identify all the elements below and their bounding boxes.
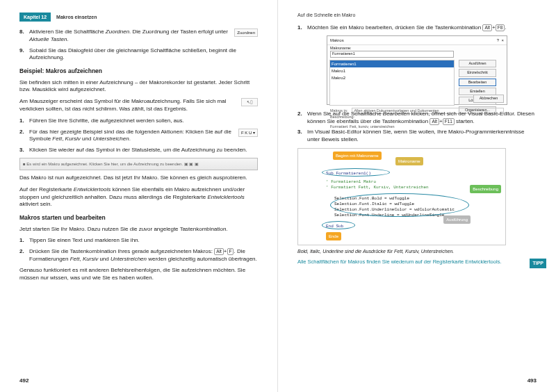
para-devtools: Auf der Registerkarte Entwicklertools kö…: [19, 186, 258, 209]
macros-dialog-figure: Makros ? × Makroname: Formatieren1 Forma…: [327, 35, 507, 105]
book-spread: Kapitel 12 Makros einsetzen 8. Zuordnen …: [0, 0, 556, 392]
zuordnen-button-graphic: Zuordnen: [234, 28, 258, 37]
tag-beschreibung: Beschreibung: [470, 185, 501, 193]
statusbar-graphic: ■ Es wird ein Makro aufgezeichnet. Klick…: [19, 158, 258, 170]
page-number-right: 493: [528, 377, 537, 384]
page-number-left: 492: [19, 377, 28, 384]
makroname-label: Makroname:: [330, 46, 352, 50]
list-2: 1. Führen Sie Ihre Schritte, die aufgeze…: [19, 117, 258, 154]
oval-sub: [322, 168, 390, 177]
chapter-tab: Kapitel 12: [19, 13, 51, 22]
step-8-text: Aktivieren Sie die Schaltfläche Zuordnen…: [29, 28, 228, 42]
heading-start: Makros starten und bearbeiten: [19, 214, 258, 222]
para-outro: Genauso funktioniert es mit anderen Befe…: [19, 267, 258, 282]
heading-example: Beispiel: Makros aufzeichnen: [19, 67, 258, 75]
rec-step-2: 2. F K U ▾ Für das hier gezeigte Beispie…: [19, 129, 258, 144]
page-right: Auf die Schnelle ein Makro 1. Möchten Si…: [278, 0, 556, 392]
header-right: Auf die Schnelle ein Makro: [297, 13, 537, 17]
header-title-left: Makros einsetzen: [56, 15, 97, 19]
content-right: 1. Möchten Sie ein Makro bearbeiten, drü…: [297, 24, 537, 266]
step-8: 8. Zuordnen Aktivieren Sie die Schaltflä…: [19, 28, 258, 44]
step-9: 9. Sobald Sie das Dialogfeld über die gl…: [19, 47, 258, 63]
start-step-1: 1. Tippen Sie einen Text und markieren S…: [19, 237, 258, 245]
tag-ende: Ende: [326, 232, 341, 240]
macro-list: Formatieren1 Makro1 Makro2: [329, 60, 455, 106]
edit-step-3: 3. Im Visual Basic-Editor können Sie, we…: [297, 129, 537, 144]
oval-body: [330, 193, 469, 217]
tag-makroname: Makroname: [395, 157, 423, 165]
content-left: 8. Zuordnen Aktivieren Sie die Schaltflä…: [19, 28, 258, 281]
rec-step-3: 3. Klicken Sie wieder auf das Symbol in …: [19, 147, 258, 154]
tag-begin: Beginn mit Makroname: [333, 152, 382, 160]
dialog-titlebar: Makros ? ×: [327, 36, 507, 45]
list-3: 1. Tippen Sie einen Text und markieren S…: [19, 237, 258, 263]
tag-ausfuehrung: Ausführung: [443, 215, 471, 224]
fku-toolbar-graphic: F K U ▾: [238, 129, 258, 137]
start-step-2: 2. Drücken Sie die Tastenkombination Ihr…: [19, 248, 258, 263]
para-rec2: ↖⌷ Am Mauszeiger erscheint das Symbol fü…: [19, 98, 258, 113]
cursor-record-icon: ↖⌷: [241, 98, 258, 106]
para-start: Jetzt starten Sie Ihr Makro. Dazu nutzen…: [19, 226, 258, 234]
para-done: Das Makro ist nun aufgezeichnet. Das ist…: [19, 174, 258, 182]
list-r1: 1. Möchten Sie ein Makro bearbeiten, drü…: [297, 24, 537, 32]
edit-step-1: 1. Möchten Sie ein Makro bearbeiten, drü…: [297, 24, 537, 32]
tip-text: Alle Schaltflächen für Makros finden Sie…: [297, 259, 537, 266]
oval-end: [322, 221, 355, 229]
figure-caption: Bold, Italic, Underline sind die Ausdrüc…: [297, 248, 537, 254]
edit-step-2: 2. Wenn Sie auf die Schaltfläche Bearbei…: [297, 111, 537, 126]
vb-editor-figure: Beginn mit Makroname Makroname Beschreib…: [297, 148, 506, 245]
list-1: 8. Zuordnen Aktivieren Sie die Schaltflä…: [19, 28, 258, 62]
header-left: Kapitel 12 Makros einsetzen: [19, 13, 258, 22]
para-rec1: Sie befinden sich mitten in einer Aufzei…: [19, 79, 258, 95]
rec-step-1: 1. Führen Sie Ihre Schritte, die aufgeze…: [19, 117, 258, 125]
makroname-input: Formatieren1: [330, 51, 454, 57]
header-title-right: Auf die Schnelle ein Makro: [297, 13, 355, 17]
step-9-text: Sobald Sie das Dialogfeld über die gleic…: [29, 47, 236, 61]
page-left: Kapitel 12 Makros einsetzen 8. Zuordnen …: [0, 0, 278, 392]
tip-badge: TIPP: [530, 259, 546, 268]
